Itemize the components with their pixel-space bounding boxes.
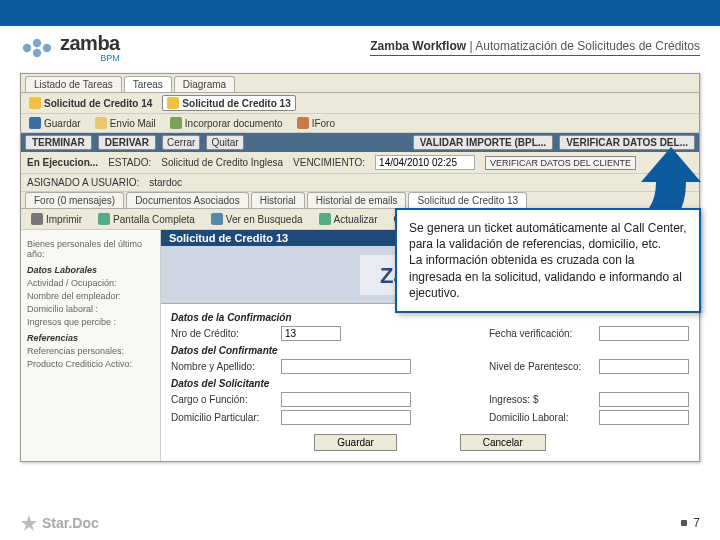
slide-header: zamba BPM Zamba Workflow | Automatizació… — [0, 26, 720, 67]
breadcrumb: Zamba Workflow | Automatización de Solic… — [370, 39, 700, 56]
fullscreen-icon — [98, 213, 110, 225]
logo-text: zamba — [60, 32, 120, 55]
save-button[interactable]: Guardar — [25, 116, 85, 130]
open-docs-bar: Solicitud de Credito 14 Solicitud de Cre… — [21, 93, 699, 114]
tab-foro[interactable]: Foro (0 mensajes) — [25, 192, 124, 208]
doc-tab-14[interactable]: Solicitud de Credito 14 — [25, 96, 156, 110]
search-icon — [211, 213, 223, 225]
svg-point-1 — [33, 38, 41, 46]
fecha-verif-field[interactable] — [599, 326, 689, 341]
refresh-button[interactable]: Actualizar — [315, 212, 382, 226]
nro-credito-field[interactable] — [281, 326, 341, 341]
callout-text-1: Se genera un ticket automáticamente al C… — [409, 220, 687, 252]
ingresos-field[interactable] — [599, 392, 689, 407]
refresh-icon — [319, 213, 331, 225]
bullet-icon — [681, 520, 687, 526]
slide-top-bar — [0, 0, 720, 26]
actions-toolbar: Guardar Envio Mail Incorporar documento … — [21, 114, 699, 133]
callout-box: Se genera un ticket automáticamente al C… — [395, 208, 701, 313]
cancelar-button[interactable]: Cancelar — [460, 434, 546, 451]
cargo-field[interactable] — [281, 392, 411, 407]
parentesco-field[interactable] — [599, 359, 689, 374]
fullscreen-button[interactable]: Pantalla Completa — [94, 212, 199, 226]
tabs-top: Listado de Tareas Tareas Diagrama — [21, 74, 699, 93]
doc-tab-13[interactable]: Solicitud de Credito 13 — [162, 95, 295, 111]
left-panel: Bienes personales del último año: Datos … — [21, 230, 161, 461]
svg-point-3 — [43, 43, 51, 51]
doc-form: Datos de la Confirmación Nro de Crédito:… — [161, 304, 699, 461]
terminar-button[interactable]: TERMINAR — [25, 135, 92, 150]
printer-icon — [31, 213, 43, 225]
svg-point-0 — [23, 43, 31, 51]
tab-diagrama[interactable]: Diagrama — [174, 76, 235, 92]
zamba-logo-icon — [20, 38, 54, 58]
foro-button[interactable]: IForo — [293, 116, 339, 130]
breadcrumb-title: Zamba Workflow — [370, 39, 466, 53]
svg-point-2 — [33, 48, 41, 56]
cerrar-button[interactable]: Cerrar — [162, 135, 200, 150]
estado-value: Solicitud de Credito Inglesa — [161, 157, 283, 168]
validar-importe-button[interactable]: VALIDAR IMPORTE (BPL... — [413, 135, 553, 150]
dom-laboral-field[interactable] — [599, 410, 689, 425]
send-mail-button[interactable]: Envio Mail — [91, 116, 160, 130]
attach-doc-button[interactable]: Incorporar documento — [166, 116, 287, 130]
page-number: 7 — [681, 516, 700, 530]
tab-tareas[interactable]: Tareas — [124, 76, 172, 92]
slide-footer: Star.Doc 7 — [0, 514, 720, 532]
status-ejecucion: En Ejecucion... — [27, 157, 98, 168]
tab-solicitud-13[interactable]: Solicitud de Credito 13 — [408, 192, 527, 208]
nombre-field[interactable] — [281, 359, 411, 374]
stardoc-logo: Star.Doc — [20, 514, 99, 532]
tab-hist-emails[interactable]: Historial de emails — [307, 192, 407, 208]
callout-text-2: La información obtenida es cruzada con l… — [409, 252, 687, 301]
quitar-button[interactable]: Quitar — [206, 135, 243, 150]
zamba-logo: zamba BPM — [20, 32, 120, 63]
tab-listado[interactable]: Listado de Tareas — [25, 76, 122, 92]
guardar-button[interactable]: Guardar — [314, 434, 397, 451]
tab-docs-asoc[interactable]: Documentos Asociados — [126, 192, 249, 208]
print-button[interactable]: Imprimir — [27, 212, 86, 226]
derivar-button[interactable]: DERIVAR — [98, 135, 156, 150]
tab-historial[interactable]: Historial — [251, 192, 305, 208]
dom-particular-field[interactable] — [281, 410, 411, 425]
breadcrumb-subtitle: Automatización de Solicitudes de Crédito… — [475, 39, 700, 53]
stardoc-logo-icon — [20, 514, 38, 532]
vencimiento-field[interactable] — [375, 155, 475, 170]
asignado-value: stardoc — [149, 177, 182, 188]
search-view-button[interactable]: Ver en Busqueda — [207, 212, 307, 226]
app-window: Listado de Tareas Tareas Diagrama Solici… — [20, 73, 700, 462]
